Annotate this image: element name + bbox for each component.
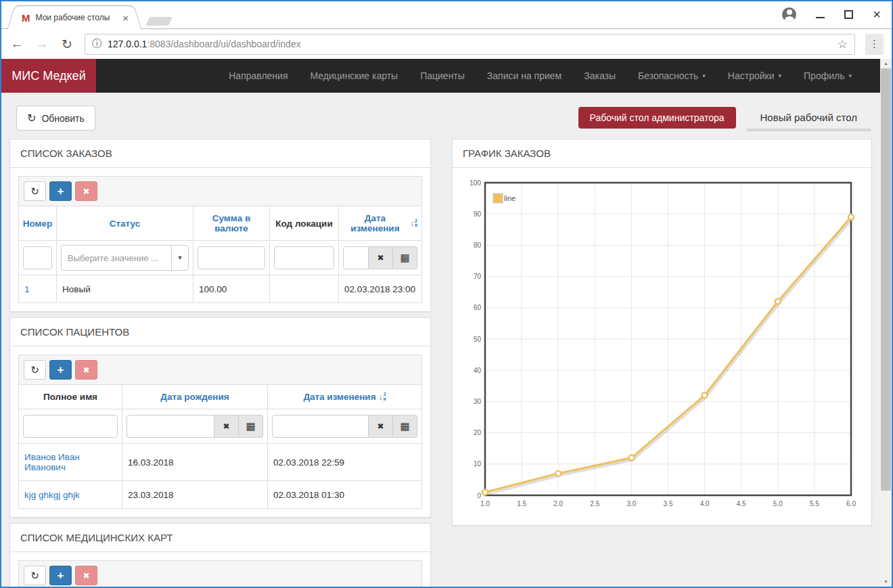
browser-tab[interactable]: М Мои рабочие столы × [18,5,131,29]
url-bar[interactable]: ⓘ 127.0.0.1:8083/dashboard/ui/dashboard/… [85,34,855,55]
svg-text:50: 50 [474,336,482,343]
grid-delete-button[interactable]: ✖ [75,566,97,585]
nav-item-patients[interactable]: Пациенты [420,70,465,81]
column-header[interactable]: Номер [19,206,57,240]
new-tab-button[interactable] [145,17,173,26]
nav-item-orders[interactable]: Заказы [584,70,616,81]
grid-refresh-button[interactable]: ↻ [24,360,46,380]
back-icon[interactable]: ← [9,37,24,51]
nav-item-appointments[interactable]: Записи на прием [487,70,562,81]
orders-filter-row: Выберите значение ... ▼ ✖ ▦ [19,240,421,275]
svg-text:5.0: 5.0 [773,500,783,507]
forward-icon[interactable]: → [35,37,49,51]
info-icon[interactable]: ⓘ [92,38,101,50]
browser-profile-icon[interactable] [782,7,796,22]
dashboard-page: ↻ Обновить Рабочий стол администратора Н… [1,93,880,587]
scrollbar-thumb[interactable] [881,68,891,491]
patients-panel: СПИСОК ПАЦИЕНТОВ ↻ + ✖ Полное имя Дата р… [9,317,431,518]
medcards-panel-title: СПИСОК МЕДИЦИНСКИХ КАРТ [10,524,430,552]
close-button[interactable]: × [873,8,881,20]
grid-refresh-button[interactable]: ↻ [24,566,46,585]
grid-delete-button[interactable]: ✖ [75,181,97,201]
scrollbar-up-icon[interactable]: ▲ [880,59,892,68]
orders-table-row[interactable]: 1 Новый 100.00 02.03.2018 23:00 [19,275,421,302]
status-filter-select[interactable]: Выберите значение ... ▼ [61,245,189,271]
widgets-column: СПИСОК ЗАКАЗОВ ↻ + ✖ Номер Статус Сумма … [9,139,431,587]
orders-grid: ↻ + ✖ Номер Статус Сумма в валюте Код ло… [18,176,422,303]
modified-filter-input[interactable] [272,415,369,438]
column-header[interactable]: Сумма в валюте [193,206,270,240]
nav-item-settings[interactable]: Настройки▾ [728,70,781,81]
date-filter-input[interactable] [343,246,369,269]
sum-filter-input[interactable] [198,246,265,269]
page-scrollbar[interactable]: ▲ ▼ [880,59,892,587]
maximize-button[interactable] [844,10,853,19]
column-header[interactable]: Дата изменения ↓ 2я [339,206,421,240]
calendar-button[interactable]: ▦ [393,246,417,269]
column-header[interactable]: Дата изменения ↓ 2я [268,385,421,409]
location-filter-input[interactable] [274,246,334,269]
reload-icon[interactable]: ↻ [60,37,74,52]
clear-date-button[interactable]: ✖ [369,246,393,269]
clear-date-button[interactable]: ✖ [369,415,393,438]
grid-add-button[interactable]: + [49,566,72,585]
svg-text:4.5: 4.5 [737,500,746,507]
nav-item-security[interactable]: Безопасность▾ [638,70,706,81]
app-navbar: МИС Медкей Направления Медицинские карты… [1,59,880,93]
clear-date-button[interactable]: ✖ [214,415,239,438]
sort-icon[interactable]: ↓ 2я [410,219,417,228]
patient-name-link[interactable]: kjg ghkgj ghjk [24,490,80,500]
grid-add-button[interactable]: + [49,360,72,380]
grid-add-button[interactable]: + [49,181,72,201]
url-text[interactable]: 127.0.0.1:8083/dashboard/ui/dashboard/in… [108,39,831,49]
svg-text:4.0: 4.0 [700,500,710,507]
patients-table-row[interactable]: Иванов Иван Иванович 16.03.2018 02.03.20… [19,443,421,480]
number-filter-input[interactable] [23,246,52,269]
patients-panel-title: СПИСОК ПАЦИЕНТОВ [10,318,430,346]
admin-desktop-button[interactable]: Рабочий стол администратора [578,107,736,129]
nav-item-medcards[interactable]: Медицинские карты [311,70,398,81]
chevron-down-icon: ▾ [702,72,706,79]
profile-body-shape [785,16,794,22]
svg-text:30: 30 [474,398,482,405]
app-logo[interactable]: МИС Медкей [1,59,96,93]
svg-text:40: 40 [474,367,482,374]
orders-grid-toolbar: ↻ + ✖ [19,177,421,206]
column-header: Полное имя [19,385,122,409]
column-header[interactable]: Статус [57,206,193,240]
svg-text:80: 80 [474,242,482,249]
tab-title: Мои рабочие столы [36,13,118,22]
patient-name-link[interactable]: Иванов Иван Иванович [24,452,116,472]
date-filter-group: ✖ ▦ [127,415,263,438]
sort-icon[interactable]: ↓ 2я [379,392,386,402]
birthdate-filter-input[interactable] [127,415,214,438]
browser-menu-icon[interactable]: ⋮ [865,34,884,55]
minimize-button[interactable] [816,17,825,18]
nav-item-napravleniya[interactable]: Направления [229,70,288,81]
grid-refresh-button[interactable]: ↻ [24,181,46,201]
chart-panel-title: ГРАФИК ЗАКАЗОВ [453,139,871,168]
calendar-button[interactable]: ▦ [239,415,263,438]
column-header[interactable]: Дата рождения [122,385,268,409]
scrollbar-down-icon[interactable]: ▼ [880,577,892,587]
svg-text:2.5: 2.5 [590,500,599,507]
svg-text:1.5: 1.5 [517,500,526,507]
order-number-link[interactable]: 1 [24,284,30,294]
new-desktop-button[interactable]: Новый рабочий стол [747,107,871,131]
grid-delete-button[interactable]: ✖ [75,360,97,380]
svg-text:0: 0 [477,492,481,499]
svg-text:3.0: 3.0 [626,500,636,507]
svg-text:70: 70 [474,273,482,280]
tab-close-icon[interactable]: × [122,13,130,23]
browser-toolbar: ← → ↻ ⓘ 127.0.0.1:8083/dashboard/ui/dash… [1,29,892,59]
nav-item-profile[interactable]: Профиль▾ [804,70,852,81]
name-filter-input[interactable] [23,415,118,438]
svg-text:3.5: 3.5 [664,500,673,507]
calendar-button[interactable]: ▦ [393,415,417,438]
svg-text:20: 20 [474,429,482,436]
refresh-page-button[interactable]: ↻ Обновить [16,106,95,131]
medcards-panel: СПИСОК МЕДИЦИНСКИХ КАРТ ↻ + ✖ Номер Тип … [9,523,431,587]
bookmark-star-icon[interactable]: ☆ [838,37,848,51]
window-controls: × [782,5,881,24]
patients-table-row[interactable]: kjg ghkgj ghjk 23.03.2018 02.03.2018 01:… [19,480,421,508]
